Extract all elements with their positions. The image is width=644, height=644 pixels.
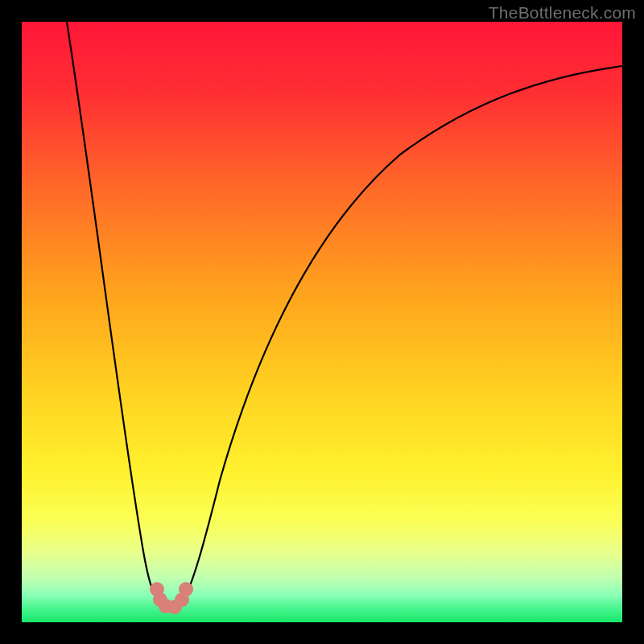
plot-area bbox=[22, 22, 622, 622]
svg-point-6 bbox=[179, 582, 193, 597]
chart-frame: TheBottleneck.com bbox=[0, 0, 644, 644]
optimal-marker-cluster bbox=[150, 582, 193, 614]
watermark-text: TheBottleneck.com bbox=[489, 3, 636, 23]
bottleneck-curve bbox=[22, 22, 622, 622]
